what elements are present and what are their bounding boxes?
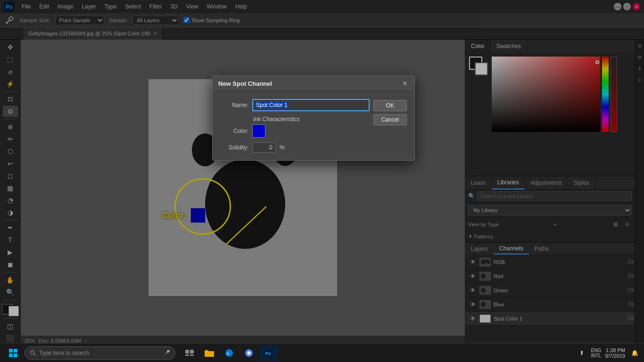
patterns-chevron-icon[interactable]: ▾ bbox=[469, 233, 472, 239]
alpha-bar[interactable] bbox=[611, 57, 617, 132]
menu-layer[interactable]: Layer bbox=[78, 2, 99, 11]
menu-view[interactable]: View bbox=[182, 2, 202, 11]
taskbar-photoshop[interactable]: Ps bbox=[260, 346, 277, 361]
eyedropper-tool[interactable]: ⊙ bbox=[3, 106, 18, 117]
lasso-tool[interactable]: ⌀ bbox=[3, 66, 18, 77]
background-swatch[interactable] bbox=[475, 62, 488, 75]
background-color[interactable] bbox=[8, 306, 19, 316]
color-gradient[interactable] bbox=[492, 57, 600, 132]
library-dropdown[interactable]: My Library bbox=[468, 205, 632, 215]
menu-file[interactable]: File bbox=[18, 2, 34, 11]
menu-filter[interactable]: Filter bbox=[146, 2, 166, 11]
expand-icon[interactable]: › bbox=[85, 338, 87, 344]
annotation-text: Color: bbox=[162, 211, 187, 221]
modal-ok-button[interactable]: OK bbox=[373, 100, 407, 111]
panel-icon-4[interactable]: ≡ bbox=[636, 75, 644, 84]
screen-mode-tool[interactable]: ⬛ bbox=[3, 333, 18, 344]
path-selection-tool[interactable]: ▶ bbox=[3, 247, 18, 258]
healing-brush-tool[interactable]: ⊕ bbox=[3, 121, 18, 132]
channel-row-green[interactable]: 👁 Green Ctrl+4 bbox=[465, 283, 635, 297]
taskbar-file-explorer[interactable] bbox=[201, 346, 218, 361]
show-sampling-ring-checkbox[interactable] bbox=[183, 17, 190, 23]
gradient-tool[interactable]: ▦ bbox=[3, 182, 18, 194]
magic-wand-tool[interactable]: ⚡ bbox=[3, 78, 18, 90]
quick-mask-tool[interactable]: ◫ bbox=[3, 321, 18, 332]
menu-image[interactable]: Image bbox=[54, 2, 77, 11]
svg-point-38 bbox=[248, 351, 251, 354]
menu-edit[interactable]: Edit bbox=[35, 2, 53, 11]
panel-icon-2[interactable]: ⚙ bbox=[636, 53, 644, 61]
move-tool[interactable]: ✥ bbox=[3, 41, 18, 53]
menu-3d[interactable]: 3D bbox=[166, 2, 181, 11]
hue-bar[interactable] bbox=[602, 57, 609, 132]
sample-label: Sample: bbox=[109, 17, 128, 23]
libraries-tab[interactable]: Libraries bbox=[492, 176, 525, 189]
paths-tab[interactable]: Paths bbox=[529, 243, 555, 255]
sample-size-select[interactable]: Point Sample 3 by 3 Average 5 by 5 Avera… bbox=[55, 16, 104, 25]
layers-tab[interactable]: Layers bbox=[465, 243, 494, 255]
styles-tab[interactable]: Styles bbox=[568, 176, 595, 189]
sample-select[interactable]: All Layers Current Layer bbox=[132, 16, 179, 25]
taskbar-chrome[interactable] bbox=[240, 346, 257, 361]
adjustments-tab[interactable]: Adjustments bbox=[525, 176, 568, 189]
clone-stamp-tool[interactable]: ⬡ bbox=[3, 146, 18, 157]
visibility-icon-green[interactable]: 👁 bbox=[469, 287, 477, 294]
channel-shortcut-blue: Ctrl+5 bbox=[628, 302, 635, 307]
taskbar-date: 9/7/2019 bbox=[605, 353, 625, 359]
show-sampling-ring-label[interactable]: Show Sampling Ring bbox=[183, 17, 239, 23]
panel-icon-3[interactable]: ℹ bbox=[636, 64, 644, 73]
visibility-icon-spot[interactable]: 👁 bbox=[469, 315, 477, 322]
color-tab[interactable]: Color bbox=[465, 40, 491, 53]
menu-window[interactable]: Window bbox=[203, 2, 231, 11]
modal-name-input[interactable] bbox=[252, 99, 370, 111]
blur-tool[interactable]: ◔ bbox=[3, 195, 18, 206]
maximize-button[interactable]: □ bbox=[623, 3, 631, 10]
grid-view-icon[interactable]: ⊞ bbox=[611, 220, 620, 229]
channels-tab[interactable]: Channels bbox=[494, 243, 529, 255]
taskbar-search-box[interactable]: Type here to search 🎤 bbox=[25, 346, 175, 360]
list-view-icon[interactable]: ≡ bbox=[622, 220, 632, 229]
channel-row-blue[interactable]: 👁 Blue Ctrl+5 bbox=[465, 297, 635, 312]
close-button[interactable]: ✕ bbox=[633, 3, 640, 10]
shape-tool[interactable]: ◼ bbox=[3, 259, 18, 270]
marquee-tool[interactable]: ⬚ bbox=[3, 54, 18, 65]
library-search-input[interactable] bbox=[477, 191, 632, 201]
panel-icon-1[interactable]: ⊞ bbox=[636, 41, 644, 50]
eraser-tool[interactable]: ◻ bbox=[3, 170, 18, 181]
start-button[interactable] bbox=[4, 346, 23, 361]
modal-color-swatch[interactable] bbox=[252, 124, 265, 138]
pen-tool[interactable]: ✒ bbox=[3, 222, 18, 233]
channel-shortcut-green: Ctrl+4 bbox=[628, 288, 635, 293]
history-brush-tool[interactable]: ↩ bbox=[3, 158, 18, 169]
menu-type[interactable]: Type bbox=[100, 2, 120, 11]
modal-solidity-input[interactable] bbox=[252, 142, 276, 153]
swatches-tab[interactable]: Swatches bbox=[491, 40, 527, 53]
zoom-tool[interactable]: 🔍 bbox=[3, 287, 18, 298]
minimize-button[interactable]: — bbox=[614, 3, 621, 10]
microphone-icon[interactable]: 🎤 bbox=[164, 350, 170, 356]
notifications-icon[interactable]: ⬆ bbox=[576, 347, 587, 359]
modal-close-button[interactable]: ✕ bbox=[401, 80, 409, 87]
menu-select[interactable]: Select bbox=[121, 2, 144, 11]
learn-tab[interactable]: Learn bbox=[465, 176, 492, 189]
taskbar-task-view[interactable] bbox=[181, 346, 198, 361]
dodge-tool[interactable]: ◑ bbox=[3, 207, 18, 218]
menu-help[interactable]: Help bbox=[231, 2, 251, 11]
view-by-chevron[interactable]: ▾ bbox=[554, 222, 556, 227]
tab-close-button[interactable]: ✕ bbox=[153, 31, 157, 36]
action-center-icon[interactable]: 🔔 bbox=[629, 347, 640, 359]
channel-row-rgb[interactable]: 👁 RGB Ctrl+2 bbox=[465, 255, 635, 269]
channel-row-spot[interactable]: 👁 Spot Color 1 Ctrl+6 bbox=[465, 312, 635, 326]
tab-bar: GettyImages-131584349.jpg @ 25% (Spot Co… bbox=[0, 27, 644, 40]
brush-tool[interactable]: ✏ bbox=[3, 133, 18, 145]
visibility-icon-red[interactable]: 👁 bbox=[469, 272, 477, 280]
taskbar-edge-browser[interactable]: e bbox=[221, 346, 238, 361]
visibility-icon-blue[interactable]: 👁 bbox=[469, 301, 477, 308]
modal-cancel-button[interactable]: Cancel bbox=[373, 114, 407, 125]
hand-tool[interactable]: ✋ bbox=[3, 274, 18, 286]
visibility-icon-rgb[interactable]: 👁 bbox=[469, 258, 477, 266]
document-tab[interactable]: GettyImages-131584349.jpg @ 25% (Spot Co… bbox=[24, 27, 162, 40]
channel-row-red[interactable]: 👁 Red Ctrl+3 bbox=[465, 269, 635, 283]
text-tool[interactable]: T bbox=[3, 234, 18, 246]
crop-tool[interactable]: ⊡ bbox=[3, 94, 18, 105]
